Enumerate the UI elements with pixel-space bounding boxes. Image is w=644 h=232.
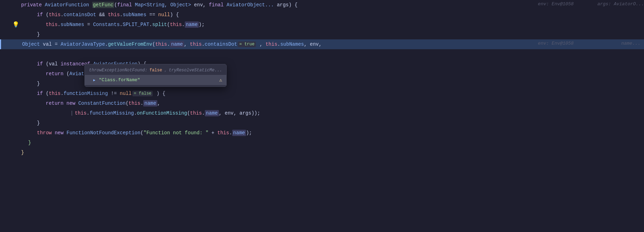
close-parens: ));: [251, 110, 260, 116]
this-kw-7: this: [265, 41, 277, 47]
param-hint-label2: tryResolveStaticMe...: [169, 68, 222, 73]
space: [40, 41, 43, 47]
keyword-if3: if: [37, 91, 43, 96]
dot7: .: [105, 41, 108, 47]
item-text: "Class.forName": [99, 77, 140, 83]
this-kw-9: this: [128, 101, 140, 106]
space: +: [208, 130, 217, 136]
type-aviatorobject: AviatorObject...: [227, 2, 274, 8]
param-env2: env: [310, 41, 319, 47]
space: [42, 2, 45, 8]
paren-open: (: [114, 2, 117, 8]
editor-container: env: Env@1058 args: AviatorO... private …: [0, 0, 644, 232]
paren4: );: [199, 22, 205, 27]
space: [43, 61, 46, 67]
space: [191, 2, 194, 8]
prop-name3: name: [143, 100, 157, 107]
space: ==: [146, 12, 158, 18]
inline-val-true: = true: [238, 41, 256, 47]
keyword-null1: null: [158, 12, 170, 18]
chevron-icon: ▶: [93, 78, 95, 82]
debug-hint-name2: name...: [621, 41, 640, 46]
method-getvaluefromenv: getValueFromEnv: [108, 41, 152, 47]
keyword-final1: final: [117, 2, 132, 8]
prop-name1: name: [185, 21, 199, 28]
brace-close-3: }: [37, 120, 40, 126]
autocomplete-header: throwExceptionNotFound: false , tryResol…: [85, 66, 226, 75]
dot11: .: [61, 91, 63, 96]
space: [153, 91, 156, 96]
code-line-4: }: [0, 30, 644, 39]
space: =: [84, 22, 93, 27]
code-line-3: 💡 this . subNames = Constants . SPLIT_PA…: [0, 20, 644, 30]
type-constantfunction: ConstantFunction: [78, 101, 125, 106]
paren5: (: [152, 41, 155, 47]
type-aviatorfunction: AviatorFunction: [45, 2, 89, 8]
keyword-if2: if: [37, 61, 43, 67]
comma7: ,: [234, 110, 240, 116]
comma6: ,: [219, 110, 225, 116]
autocomplete-popup[interactable]: throwExceptionNotFound: false , tryResol…: [84, 64, 227, 87]
prop-functionmissing1: functionMissing: [64, 91, 108, 96]
var-val: val: [43, 41, 52, 47]
debug-hint-env: env: Env@1058: [538, 1, 574, 7]
cast-paren1: (: [67, 71, 69, 77]
dot1: .: [61, 12, 63, 18]
prop-name5: name: [232, 130, 246, 136]
space: [274, 2, 277, 8]
space: [63, 101, 66, 106]
space: [89, 2, 92, 8]
prop-subnames1: subNames: [123, 12, 146, 18]
paren11: (: [187, 110, 190, 116]
this-kw-3: this: [46, 22, 58, 27]
param-args2: args: [240, 110, 252, 116]
prop-splitpat: SPLIT_PAT: [122, 22, 149, 27]
space: [64, 130, 67, 136]
type-constants: Constants: [93, 22, 120, 27]
bulb-icon: 💡: [12, 21, 19, 28]
space: [132, 2, 135, 8]
dot12: .: [140, 101, 143, 106]
param-hint-sep: ,: [164, 68, 167, 73]
dot14: .: [134, 110, 137, 116]
space: [58, 61, 61, 67]
brace-close-outer: }: [21, 150, 24, 155]
type-object: Object: [22, 41, 40, 47]
keyword-return1: return: [46, 71, 63, 77]
prop-name4: name: [205, 110, 219, 116]
code-line-14: throw new FunctionNotFoundException ( "F…: [0, 128, 644, 138]
prop-containsdot: containsDot: [64, 12, 96, 18]
type-map: Map<String, Object>: [135, 2, 191, 8]
code-line-5: env: Env@1058 name... Object val = Aviat…: [0, 39, 644, 49]
paren13: );: [246, 130, 252, 136]
space: [63, 71, 66, 77]
space: [43, 91, 46, 96]
keyword-null2: null: [120, 91, 132, 96]
prop-subnames2: subNames: [61, 22, 84, 27]
space: [206, 2, 209, 8]
var-val2: val: [49, 61, 58, 67]
dot5: .: [149, 22, 152, 27]
dot3: .: [58, 22, 61, 27]
paren3: (: [167, 22, 170, 27]
autocomplete-item-classforname[interactable]: ▶ "Class.forName" ⚠: [85, 75, 226, 85]
brace-close-green: }: [28, 140, 31, 146]
space: !=: [108, 91, 120, 96]
paren1: (: [46, 12, 49, 18]
prop-subnames3: subNames: [280, 41, 304, 47]
keyword-new1: new: [67, 101, 75, 106]
this-kw-2: this: [108, 12, 120, 18]
warning-icon: ⚠: [219, 77, 222, 83]
method-getfunc: getFunc: [92, 2, 114, 8]
space: [75, 101, 78, 106]
code-line-10: if ( this . functionMissing != null = fa…: [0, 89, 644, 98]
param-env: env: [194, 2, 203, 8]
paren9: ) {: [157, 91, 165, 96]
dot6: .: [182, 22, 185, 27]
dot13: .: [87, 110, 89, 116]
keyword-if1: if: [37, 12, 43, 18]
param-hint-val1: false: [150, 68, 162, 73]
space: ,: [257, 41, 265, 47]
code-area: env: Env@1058 args: AviatorO... private …: [0, 0, 644, 232]
this-kw-11: this: [190, 110, 202, 116]
